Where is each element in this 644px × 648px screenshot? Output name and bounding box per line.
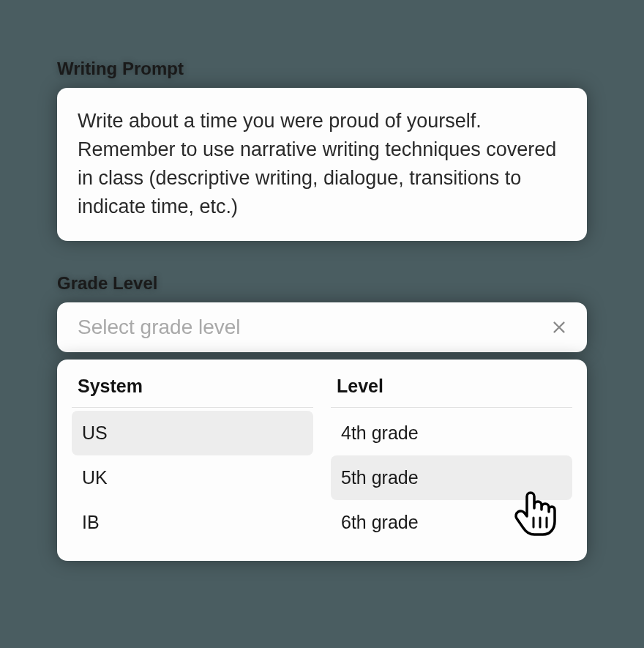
level-column-header: Level — [331, 373, 572, 408]
writing-prompt-text: Write about a time you were proud of you… — [78, 107, 566, 222]
grade-level-label: Grade Level — [57, 273, 587, 294]
level-item-6th[interactable]: 6th grade — [331, 500, 572, 545]
system-column-header: System — [72, 373, 313, 408]
writing-prompt-label: Writing Prompt — [57, 59, 587, 79]
grade-level-dropdown: System US UK IB Level 4th grade 5th grad… — [57, 360, 587, 561]
system-item-uk[interactable]: UK — [72, 455, 313, 500]
level-column: Level 4th grade 5th grade 6th grade — [331, 373, 572, 545]
writing-prompt-section: Writing Prompt Write about a time you we… — [57, 59, 587, 241]
level-item-4th[interactable]: 4th grade — [331, 411, 572, 455]
grade-level-section: Grade Level Select grade level System US… — [57, 273, 587, 561]
grade-level-input-row[interactable]: Select grade level — [57, 302, 587, 352]
grade-level-select[interactable]: Select grade level — [57, 302, 587, 352]
system-column: System US UK IB — [72, 373, 313, 545]
system-item-us[interactable]: US — [72, 411, 313, 455]
writing-prompt-card: Write about a time you were proud of you… — [57, 88, 587, 241]
level-item-5th[interactable]: 5th grade — [331, 455, 572, 500]
system-item-ib[interactable]: IB — [72, 500, 313, 545]
clear-icon[interactable] — [549, 317, 569, 338]
grade-level-placeholder: Select grade level — [78, 316, 241, 339]
